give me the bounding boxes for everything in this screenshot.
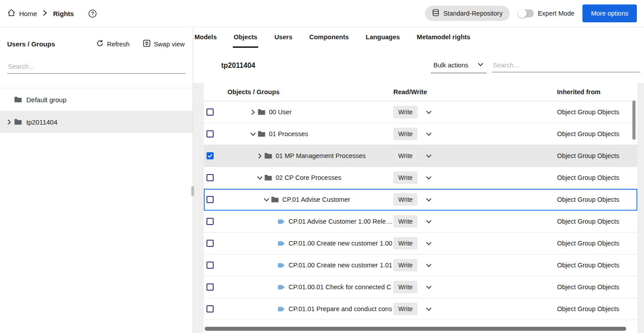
- tab-models[interactable]: Models: [194, 27, 218, 48]
- permission-button[interactable]: Write: [393, 281, 417, 293]
- expert-mode-control: Expert Mode: [518, 9, 574, 17]
- table-row[interactable]: CP.01 Advise CustomerWriteObject Group O…: [204, 189, 637, 211]
- row-label: CP.01.00 Create new customer 1.01: [289, 262, 392, 269]
- row-checkbox[interactable]: [206, 196, 214, 203]
- table-row[interactable]: 01 MP Management ProcessesWriteObject Gr…: [204, 145, 637, 167]
- row-checkbox[interactable]: [206, 262, 214, 269]
- users-groups-list: Default grouptp2011404: [0, 88, 193, 133]
- table-row[interactable]: CP.01.00 Create new customer 1.01WriteOb…: [204, 254, 637, 276]
- breadcrumb-home[interactable]: Home: [7, 8, 37, 18]
- permission-button[interactable]: Write: [393, 215, 417, 228]
- expert-mode-toggle[interactable]: [518, 9, 534, 17]
- table-row[interactable]: CP.01.00 Create new customer 1.00WriteOb…: [204, 233, 637, 254]
- sidebar-actions: Refresh Swap view: [96, 40, 185, 48]
- row-checkbox[interactable]: [206, 240, 214, 247]
- expand-chevron-icon[interactable]: [261, 196, 271, 203]
- permission-button[interactable]: Write: [393, 193, 417, 206]
- permission-dropdown-icon[interactable]: [424, 153, 433, 159]
- repository-name: Standard-Repository: [443, 10, 503, 17]
- rights-table-body: 00 UserWriteObject Group Objects01 Proce…: [204, 101, 637, 320]
- database-icon: [432, 9, 439, 18]
- table-row[interactable]: CP.01.01 Prepare and conduct consWriteOb…: [204, 298, 637, 320]
- sidebar-item-default-group[interactable]: Default group: [0, 88, 193, 111]
- folder-icon: [271, 196, 279, 203]
- name-cell: 01 Processes: [204, 130, 393, 137]
- swap-view-icon: [143, 40, 150, 48]
- sidebar-search-input[interactable]: [7, 60, 186, 74]
- inherited-from: Object Group Objects: [557, 240, 637, 247]
- row-checkbox[interactable]: [206, 152, 214, 159]
- table-region: Objects / Groups Read/Write Inherited fr…: [193, 83, 644, 333]
- tab-components[interactable]: Components: [308, 27, 350, 48]
- permission-button[interactable]: Write: [393, 150, 417, 162]
- name-cell: 01 MP Management Processes: [204, 152, 393, 159]
- row-checkbox[interactable]: [206, 218, 214, 225]
- row-checkbox[interactable]: [206, 130, 214, 137]
- row-checkbox[interactable]: [206, 174, 214, 181]
- sidebar-item-label: Default group: [26, 96, 66, 104]
- permission-dropdown-icon[interactable]: [424, 196, 433, 203]
- row-label: CP.01.00 Create new customer 1.00: [289, 240, 392, 247]
- model-icon: [278, 241, 285, 246]
- row-label: CP.01 Advise Customer: [282, 196, 350, 203]
- permission-button[interactable]: Write: [393, 259, 417, 271]
- refresh-button[interactable]: Refresh: [96, 40, 130, 48]
- expand-chevron-icon[interactable]: [255, 153, 264, 159]
- main-layout: Users / Groups Refresh Swap view D: [0, 27, 644, 333]
- expand-chevron-icon[interactable]: [248, 131, 258, 137]
- table-row[interactable]: 01 ProcessesWriteObject Group Objects: [204, 123, 637, 145]
- folder-icon: [264, 175, 272, 181]
- tab-objects[interactable]: Objects: [233, 27, 258, 48]
- permission-dropdown-icon[interactable]: [424, 262, 433, 269]
- row-checkbox[interactable]: [206, 305, 214, 312]
- name-cell: 02 CP Core Processes: [204, 174, 393, 181]
- table-row[interactable]: 00 UserWriteObject Group Objects: [204, 101, 637, 123]
- table-row[interactable]: 02 CP Core ProcessesWriteObject Group Ob…: [204, 167, 637, 189]
- tab-metamodel-rights[interactable]: Metamodel rights: [416, 27, 471, 48]
- refresh-icon: [96, 40, 103, 48]
- tabs: ModelsObjectsUsersComponentsLanguagesMet…: [193, 27, 644, 48]
- folder-icon: [14, 96, 22, 103]
- permission-dropdown-icon[interactable]: [424, 218, 433, 225]
- expert-mode-label: Expert Mode: [538, 10, 574, 17]
- permission-button[interactable]: Write: [393, 303, 417, 315]
- horizontal-scrollbar[interactable]: [205, 327, 626, 331]
- objects-search: [492, 58, 640, 72]
- permission-dropdown-icon[interactable]: [424, 109, 433, 116]
- help-icon[interactable]: ?: [88, 9, 97, 18]
- more-options-button[interactable]: More options: [582, 4, 637, 22]
- permission-dropdown-icon[interactable]: [424, 306, 433, 312]
- permission-dropdown-icon[interactable]: [424, 175, 433, 181]
- home-icon: [7, 8, 16, 18]
- breadcrumb-home-label: Home: [19, 10, 37, 17]
- repository-selector[interactable]: Standard-Repository: [425, 6, 510, 21]
- expand-chevron-icon[interactable]: [248, 109, 258, 116]
- permission-dropdown-icon[interactable]: [424, 131, 433, 137]
- row-checkbox[interactable]: [206, 283, 214, 291]
- sidebar-item-tp2011404[interactable]: tp2011404: [0, 111, 193, 133]
- folder-icon: [264, 153, 272, 159]
- table-header: Objects / Groups Read/Write Inherited fr…: [204, 83, 637, 101]
- permission-button[interactable]: Write: [393, 106, 417, 118]
- permission-button[interactable]: Write: [393, 128, 417, 140]
- inherited-from: Object Group Objects: [557, 108, 637, 116]
- permission-dropdown-icon[interactable]: [424, 284, 433, 291]
- permission-button[interactable]: Write: [393, 237, 417, 250]
- inherited-from: Object Group Objects: [557, 174, 637, 181]
- expand-chevron-icon[interactable]: [4, 119, 14, 125]
- vertical-scrollbar[interactable]: [632, 100, 636, 140]
- name-cell: CP.01.00 Create new customer 1.00: [204, 240, 393, 247]
- sidebar-resize-handle[interactable]: [191, 186, 194, 196]
- permission-button[interactable]: Write: [393, 171, 417, 184]
- permission-dropdown-icon[interactable]: [424, 240, 433, 247]
- table-row[interactable]: CP.01 Advise Customer 1.00 Rele…WriteObj…: [204, 211, 637, 233]
- row-checkbox[interactable]: [206, 108, 214, 116]
- tab-users[interactable]: Users: [273, 27, 293, 48]
- bulk-actions-dropdown[interactable]: Bulk actions: [431, 58, 487, 73]
- swap-view-button[interactable]: Swap view: [143, 40, 185, 48]
- objects-search-input[interactable]: [492, 58, 640, 72]
- table-row[interactable]: CP.01.00.01 Check for connected CWriteOb…: [204, 276, 637, 298]
- tab-languages[interactable]: Languages: [365, 27, 401, 48]
- breadcrumb: Home Rights: [7, 8, 74, 18]
- expand-chevron-icon[interactable]: [255, 175, 264, 181]
